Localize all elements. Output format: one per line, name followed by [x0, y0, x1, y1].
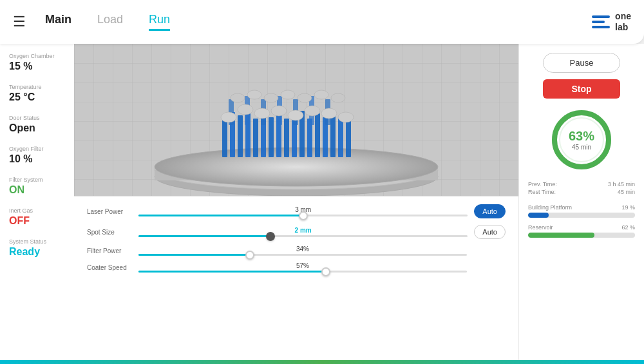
svg-rect-21	[330, 112, 336, 157]
stat-inert-gas-label: Inert Gas	[9, 207, 65, 214]
stop-button[interactable]: Stop	[543, 79, 620, 99]
logo-text: one lab	[615, 11, 631, 33]
slider-row-spot-size: Spot Size 2 mm Auto	[87, 225, 506, 239]
reservoir-fill	[528, 233, 594, 238]
stat-filter-system-value: ON	[9, 184, 65, 196]
status-bar	[0, 360, 644, 364]
logo: one lab	[591, 11, 631, 33]
controls-area: Laser Power 3 mm Auto Spot Size 2 mm	[74, 196, 518, 364]
svg-point-40	[247, 90, 261, 99]
svg-point-45	[331, 93, 345, 102]
spot-size-slider-wrap: 2 mm	[138, 227, 468, 237]
stat-inert-gas-value: OFF	[9, 215, 65, 227]
rest-time-row: Rest Time: 45 min	[528, 189, 635, 195]
svg-rect-0	[592, 15, 610, 18]
svg-rect-19	[315, 113, 320, 157]
prev-time-value: 3 h 45 min	[608, 181, 635, 187]
prev-time-label: Prev. Time:	[528, 181, 557, 187]
svg-point-44	[314, 90, 328, 99]
stat-system-status-value: Ready	[9, 246, 65, 258]
coater-speed-track[interactable]	[138, 271, 467, 273]
app-wrapper: ☰ Main Load Run one lab Oxygen Chamber 1…	[0, 0, 644, 364]
tab-run[interactable]: Run	[149, 13, 170, 31]
right-panel: Pause Stop 63% 45 min P	[518, 44, 644, 364]
progress-section: Building Platform 19 % Reservoir 62 %	[528, 204, 635, 238]
pause-button[interactable]: Pause	[543, 53, 620, 73]
slider-row-filter-power: Filter Power 34%	[87, 245, 506, 256]
circular-progress: 63% 45 min	[549, 108, 614, 172]
tab-load[interactable]: Load	[97, 13, 123, 31]
prev-time-row: Prev. Time: 3 h 45 min	[528, 181, 635, 187]
stat-oxygen-chamber: Oxygen Chamber 15 %	[9, 53, 65, 72]
svg-point-38	[338, 112, 354, 122]
time-info: Prev. Time: 3 h 45 min Rest Time: 45 min	[528, 181, 635, 195]
building-platform-section: Building Platform 19 %	[528, 204, 635, 218]
stat-temperature-value: 25 °C	[9, 91, 65, 103]
reservoir-value: 62 %	[621, 224, 635, 231]
nav-tabs: Main Load Run	[45, 13, 591, 31]
svg-point-31	[221, 112, 236, 122]
stat-door-label: Door Status	[9, 115, 65, 121]
filter-power-slider-wrap: 34%	[138, 245, 467, 256]
stat-oxygen-filter-value: 10 %	[9, 153, 65, 165]
building-platform-label-row: Building Platform 19 %	[528, 204, 635, 211]
svg-point-37	[321, 108, 337, 119]
stat-temperature: Temperature 25 °C	[9, 84, 65, 103]
spot-size-label: Spot Size	[87, 229, 132, 236]
stat-door: Door Status Open	[9, 115, 65, 134]
coater-speed-label: Coater Speed	[87, 264, 132, 271]
svg-rect-7	[222, 119, 227, 157]
stat-filter-system: Filter System ON	[9, 177, 65, 196]
laser-power-slider-wrap: 3 mm	[138, 206, 468, 216]
logo-icon	[591, 12, 611, 32]
svg-rect-9	[238, 115, 243, 157]
stat-oxygen-chamber-value: 15 %	[9, 61, 65, 72]
coater-speed-slider-wrap: 57%	[138, 262, 467, 273]
laser-power-label: Laser Power	[87, 208, 132, 215]
stat-temperature-label: Temperature	[9, 84, 65, 90]
svg-point-42	[281, 90, 295, 99]
filter-power-track[interactable]	[138, 254, 467, 256]
svg-rect-15	[284, 119, 289, 157]
svg-point-41	[264, 93, 278, 102]
content-row: Oxygen Chamber 15 % Temperature 25 °C Do…	[0, 44, 644, 364]
center-column: Laser Power 3 mm Auto Spot Size 2 mm	[74, 44, 518, 364]
laser-power-track[interactable]	[138, 215, 468, 216]
header: ☰ Main Load Run one lab	[0, 0, 644, 44]
spot-size-auto-btn[interactable]: Auto	[474, 225, 506, 239]
stat-oxygen-filter-label: Oxygen Filter	[9, 146, 65, 152]
svg-rect-11	[253, 119, 258, 157]
svg-rect-13	[269, 117, 274, 157]
spot-size-value: 2 mm	[138, 227, 468, 234]
left-sidebar: Oxygen Chamber 15 % Temperature 25 °C Do…	[0, 44, 74, 364]
rest-time-label: Rest Time:	[528, 189, 556, 195]
menu-icon[interactable]: ☰	[13, 14, 26, 30]
filter-power-value: 34%	[138, 245, 467, 253]
svg-rect-1	[592, 21, 605, 23]
3d-scene-svg	[87, 44, 506, 196]
slider-row-coater-speed: Coater Speed 57%	[87, 262, 506, 273]
stat-door-value: Open	[9, 122, 65, 134]
svg-point-36	[305, 106, 320, 116]
svg-rect-22	[338, 119, 343, 157]
svg-point-39	[231, 93, 245, 102]
reservoir-track	[528, 233, 635, 238]
stat-system-status-label: System Status	[9, 238, 65, 245]
building-platform-track	[528, 213, 635, 218]
stat-inert-gas: Inert Gas OFF	[9, 207, 65, 227]
stat-oxygen-chamber-label: Oxygen Chamber	[9, 53, 65, 59]
slider-row-laser-power: Laser Power 3 mm Auto	[87, 204, 506, 218]
svg-point-34	[271, 106, 287, 116]
spot-size-track[interactable]	[138, 235, 468, 237]
laser-power-auto-btn[interactable]: Auto	[474, 204, 506, 218]
svg-point-43	[298, 93, 312, 102]
svg-rect-2	[592, 26, 610, 28]
circle-pct: 63%	[569, 129, 594, 144]
building-platform-fill	[528, 213, 549, 218]
stat-oxygen-filter: Oxygen Filter 10 %	[9, 146, 65, 165]
circle-center: 63% 45 min	[569, 129, 594, 151]
svg-point-32	[238, 104, 253, 115]
tab-main[interactable]: Main	[45, 13, 71, 31]
reservoir-label-row: Reservoir 62 %	[528, 224, 635, 231]
svg-point-35	[288, 110, 303, 120]
